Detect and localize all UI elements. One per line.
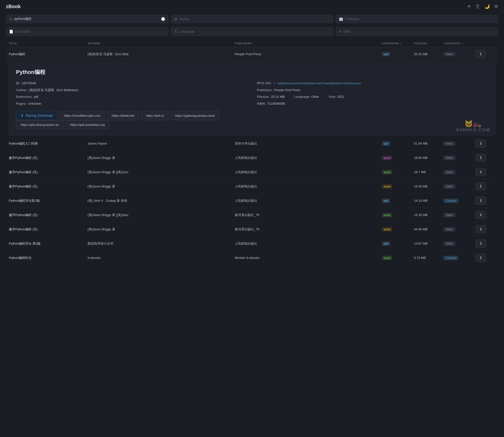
author-input-wrap[interactable]: @ (171, 15, 333, 23)
language-input-wrap[interactable]: 文 (171, 27, 333, 36)
header-icons: ✈ 文 🌙 ⚙ (467, 3, 498, 9)
download-button[interactable]: ⬇ (475, 50, 486, 58)
dweb-link-button[interactable]: https://dweb.link (107, 111, 139, 120)
row-download[interactable]: ⬇ (475, 239, 495, 248)
table-row[interactable]: 趣学Python编程 (无) [美]Jason Briggs 著 人民邮电出版社… (6, 179, 498, 194)
language-badge: Other (443, 52, 455, 56)
translate-icon[interactable]: 文 (475, 3, 480, 9)
racing-download-button[interactable]: ⬇ Racing Download (16, 111, 57, 120)
row-extension: pdf (382, 141, 414, 146)
download-button[interactable]: ⬇ (475, 139, 486, 148)
best-practice-link-button[interactable]: https://ipfs.best-practice.se (16, 120, 63, 129)
query-input[interactable] (14, 17, 159, 21)
col-title[interactable]: TITLE ↕ (9, 42, 88, 45)
filesize-label: Filesize: (257, 94, 269, 99)
extension-input[interactable] (15, 30, 165, 34)
table-row[interactable]: 趣学Python编程 (无) [美]Jason Briggs 著 银河系出版社_… (6, 222, 498, 236)
isbn-input-wrap[interactable]: # (336, 27, 498, 36)
extension-badge: epub (382, 170, 392, 174)
row-author: [美]Jason Briggs 著 (88, 156, 235, 160)
table-row[interactable]: 趣学Python编程 (无) [美]Jason Briggs 著 [[美]Jas… (6, 208, 498, 222)
pinata-link-button[interactable]: https://gateway.pinata.cloud (171, 111, 219, 120)
publisher-input[interactable] (345, 17, 495, 21)
table-row[interactable]: 趣学Python编程 (无) [美]Jason Briggs 著 人民邮电出版社… (6, 151, 498, 165)
search-row-1: ☰ 🕐 @ 🏢 (0, 13, 504, 25)
language-badge: Chinese (443, 256, 458, 260)
rows-container: Python编程入门经典 James Payne 清华大学出版社 pdf 61.… (6, 136, 498, 265)
search-row-2: 📄 文 # (0, 25, 504, 38)
col-extension[interactable]: EXTENSION ▼ (382, 42, 414, 45)
detail-ipfs-row: IPFS CID: ⧉ bafykbzaceciau2imho2qvp6njmc… (257, 81, 488, 86)
isbn-input[interactable] (343, 30, 495, 34)
extension-badge: mobi (382, 184, 392, 189)
download-button[interactable]: ⬇ (475, 211, 486, 219)
send-icon[interactable]: ✈ (467, 4, 471, 9)
row-filesize: 20.31 MB (414, 52, 443, 56)
row-download[interactable]: ⬇ (475, 254, 495, 262)
table-row[interactable]: 趣学Python编程 (无) [美]Jason Briggs 著 [[美]Jas… (6, 165, 498, 179)
download-button[interactable]: ⬇ (475, 254, 486, 262)
col-author[interactable]: AUTHOR ↕ (88, 42, 235, 45)
language-badge: Other (443, 241, 455, 246)
row-title: Python编程 (9, 52, 88, 56)
table-row[interactable]: Python编程入门经典 James Payne 清华大学出版社 pdf 61.… (6, 136, 498, 151)
row-language: Other (443, 227, 475, 232)
row-title: 趣学Python编程 (无) (9, 156, 88, 160)
ipfs-value: bafykbzaceciau2imho2qvp6njmcfqmil7iegsxd… (278, 81, 361, 85)
table-row[interactable]: Python编程导论.第2版 图灵程序设计丛书 人民邮电出版社 pdf 13.8… (6, 236, 498, 251)
download-button[interactable]: ⬇ (475, 182, 486, 190)
table-row[interactable]: Python编程导论第2版 [美] John V . Guttag 著 译者: … (6, 194, 498, 208)
row-download[interactable]: ⬇ (475, 182, 495, 190)
download-button[interactable]: ⬇ (475, 154, 486, 162)
action-buttons-row2: https://ipfs.best-practice.se https://ip… (16, 120, 488, 129)
row-download[interactable]: ⬇ (475, 225, 495, 233)
row-author: [美]Jason Briggs 著 [[美]Jasc (88, 170, 235, 174)
language-input[interactable] (179, 30, 330, 34)
col-publisher[interactable]: PUBLISHER ↕ (235, 42, 382, 45)
cloudflare-link-button[interactable]: https://cloudflare-ipfs.com (59, 111, 105, 120)
copy-icon[interactable]: ⧉ (273, 81, 276, 85)
language-badge: Other (443, 170, 455, 174)
row-title: Python编程时光 (9, 256, 88, 260)
table-row[interactable]: Python编程 [美]埃里克·马瑟斯（Eric Matt People Pos… (6, 47, 498, 61)
download-button[interactable]: ⬇ (475, 225, 486, 233)
row-download[interactable]: ⬇ (475, 139, 495, 148)
col-filesize[interactable]: FILESIZE ↕ (414, 42, 443, 45)
row-filesize: 61.94 MB (414, 142, 443, 145)
extension-input-wrap[interactable]: 📄 (6, 27, 168, 36)
row-author: [美] John V . Guttag 著 译者: (88, 199, 235, 203)
language-value: Other (311, 95, 319, 99)
moon-icon[interactable]: 🌙 (484, 4, 490, 9)
pages-label: Pages: (16, 101, 27, 106)
query-input-wrap[interactable]: ☰ 🕐 (6, 15, 168, 23)
row-author: [美]Jason Briggs 著 [[美]Jasc (88, 213, 235, 217)
publisher-input-wrap[interactable]: 🏢 (336, 15, 498, 23)
joaoleitao-link-button[interactable]: https://ipfs.joaoleitao.org (65, 120, 110, 129)
action-buttons: ⬇ Racing Download https://cloudflare-ipf… (16, 111, 488, 120)
publisher-sort-icon: ↕ (253, 42, 254, 45)
author-input[interactable] (179, 17, 330, 21)
ipfs-link-button[interactable]: https://ipfs.io (141, 111, 169, 120)
doc-icon: ☰ (9, 17, 12, 21)
row-extension: epub (382, 170, 414, 174)
detail-left: ID: 18276540 Author: [美]埃里克·马瑟斯（Eric Mat… (16, 81, 247, 106)
download-button[interactable]: ⬇ (475, 197, 486, 205)
row-download[interactable]: ⬇ (475, 211, 495, 219)
row-download[interactable]: ⬇ (475, 197, 495, 205)
gear-icon[interactable]: ⚙ (494, 4, 498, 9)
author-label: Author: (16, 88, 28, 93)
language-badge: Other (443, 141, 455, 146)
download-button[interactable]: ⬇ (475, 239, 486, 248)
col-language[interactable]: LANGUAGE ▼ (443, 42, 475, 45)
download-button[interactable]: ⬇ (475, 168, 486, 176)
row-download[interactable]: ⬇ (475, 168, 495, 176)
col-action (475, 42, 495, 45)
row-download[interactable]: ⬇ (475, 154, 495, 162)
language-filter-icon: ▼ (461, 42, 463, 45)
row-filesize: 18.65 MB (414, 156, 443, 160)
row-author: it-ebooks (88, 256, 235, 260)
language-badge: Chinese (443, 199, 458, 203)
table-row[interactable]: Python编程时光 it-ebooks iBooker it-ebooks e… (6, 251, 498, 265)
filesize-value: 20.31 MB (271, 94, 285, 99)
row-download[interactable]: ⬇ (475, 50, 495, 58)
